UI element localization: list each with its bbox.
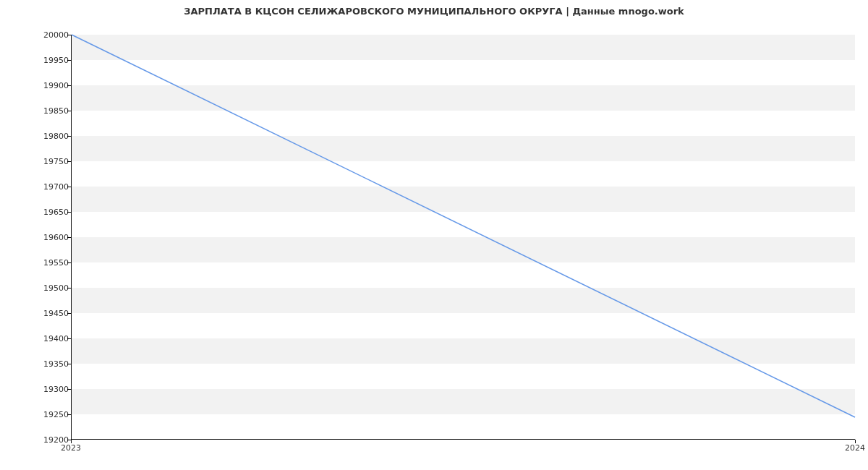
- x-tick-label: 2023: [61, 443, 81, 453]
- y-tick-mark: [67, 389, 71, 390]
- y-tick-label: 19300: [40, 385, 69, 394]
- y-tick-mark: [67, 414, 71, 415]
- y-tick-label: 19800: [40, 132, 69, 141]
- y-tick-mark: [67, 111, 71, 111]
- y-tick-mark: [67, 338, 71, 339]
- y-tick-mark: [67, 288, 71, 289]
- y-tick-mark: [67, 212, 71, 213]
- y-tick-label: 19950: [40, 56, 69, 65]
- y-tick-label: 19700: [40, 182, 69, 192]
- y-tick-label: 19250: [40, 410, 69, 419]
- y-tick-label: 20000: [40, 30, 69, 40]
- y-tick-mark: [67, 262, 71, 263]
- x-tick-mark: [855, 440, 856, 443]
- y-tick-label: 19750: [40, 157, 69, 166]
- y-tick-label: 19600: [40, 233, 69, 242]
- y-tick-label: 19650: [40, 208, 69, 217]
- y-tick-label: 19400: [40, 334, 69, 343]
- y-tick-label: 19450: [40, 309, 69, 318]
- y-tick-mark: [67, 60, 71, 61]
- y-tick-label: 19350: [40, 359, 69, 369]
- y-tick-mark: [67, 364, 71, 364]
- y-tick-mark: [67, 161, 71, 162]
- salary-line: [72, 35, 855, 417]
- y-tick-label: 19500: [40, 283, 69, 293]
- y-tick-mark: [67, 237, 71, 238]
- x-tick-label: 2024: [845, 443, 865, 453]
- line-chart-svg: [72, 35, 855, 439]
- y-tick-label: 19850: [40, 106, 69, 116]
- y-tick-mark: [67, 85, 71, 86]
- x-tick-mark: [71, 440, 72, 443]
- y-tick-label: 19900: [40, 81, 69, 90]
- y-tick-label: 19550: [40, 258, 69, 268]
- plot-area: [71, 35, 855, 440]
- y-tick-mark: [67, 187, 71, 187]
- y-tick-mark: [67, 136, 71, 137]
- y-tick-mark: [67, 35, 71, 35]
- chart-title: ЗАРПЛАТА В КЦСОН СЕЛИЖАРОВСКОГО МУНИЦИПА…: [0, 6, 868, 17]
- y-tick-mark: [67, 313, 71, 314]
